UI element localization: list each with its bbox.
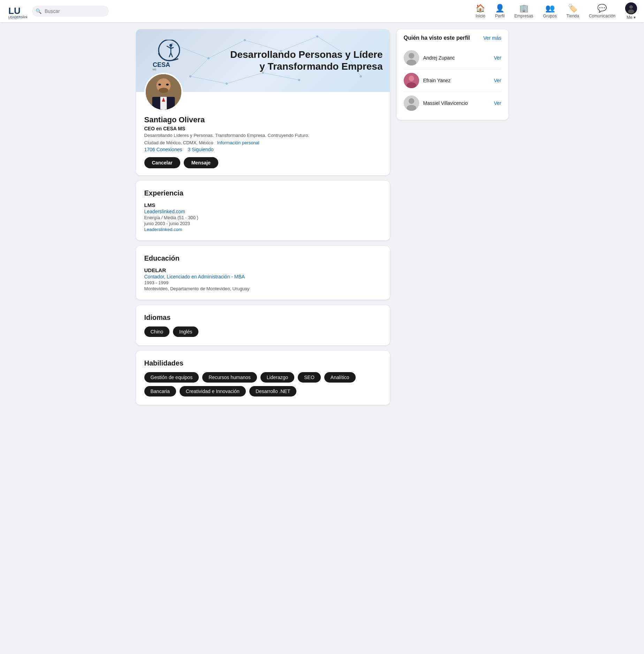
edu-degree: Contador, Licenciado en Administración -… bbox=[144, 274, 381, 279]
svg-point-53 bbox=[409, 98, 414, 104]
viewer-ver-link-2[interactable]: Ver bbox=[494, 78, 501, 83]
nav-empresas[interactable]: 🏢 Empresas bbox=[514, 4, 533, 18]
education-card: Educación UDELAR Contador, Licenciado en… bbox=[136, 246, 390, 300]
nav-comunicacion[interactable]: 💬 Comunicación bbox=[589, 4, 615, 18]
chat-icon: 💬 bbox=[597, 4, 607, 13]
skill-rrhh: Recursos humanos bbox=[202, 372, 257, 383]
svg-point-45 bbox=[159, 88, 168, 93]
skill-analitico: Analítico bbox=[324, 372, 356, 383]
viewer-ver-link-1[interactable]: Ver bbox=[494, 55, 501, 61]
viewer-ver-link-3[interactable]: Ver bbox=[494, 100, 501, 106]
language-tag-chino: Chino bbox=[144, 326, 170, 337]
nav-inicio[interactable]: 🏠 Inicio bbox=[476, 4, 485, 18]
viewer-name-3: Massiel Villavicencio bbox=[423, 100, 494, 106]
following-count[interactable]: 3 Siguiendo bbox=[188, 147, 213, 152]
search-input[interactable] bbox=[32, 6, 109, 17]
languages-card: Idiomas Chino Inglés bbox=[136, 305, 390, 345]
svg-point-9 bbox=[243, 39, 245, 41]
profile-actions: Cancelar Mensaje bbox=[144, 157, 381, 168]
viewer-avatar-3 bbox=[404, 95, 419, 111]
skill-gestion: Gestión de equipos bbox=[144, 372, 199, 383]
left-column: CESA MS Desarrollando Personas y Lídere … bbox=[136, 29, 390, 405]
svg-point-30 bbox=[169, 44, 172, 47]
leaders-linked-logo: LU LEADERSlinked by ACSM bbox=[7, 3, 27, 20]
navbar: LU LEADERSlinked by ACSM 🔍 🏠 Inicio 👤 Pe… bbox=[0, 0, 644, 22]
svg-point-50 bbox=[409, 76, 414, 81]
banner-logo: CESA MS bbox=[150, 40, 188, 72]
nav-empresas-label: Empresas bbox=[514, 14, 533, 18]
skill-bancaria: Bancaria bbox=[144, 386, 176, 397]
avatar-image bbox=[625, 2, 637, 14]
building-icon: 🏢 bbox=[519, 4, 529, 13]
banner-headline: Desarrollando Personas y Lídere y Transf… bbox=[230, 49, 382, 72]
languages-tags: Chino Inglés bbox=[144, 326, 381, 337]
person-icon: 👤 bbox=[495, 4, 505, 13]
svg-point-44 bbox=[166, 84, 168, 86]
nav-perfil[interactable]: 👤 Perfil bbox=[495, 4, 505, 18]
logo[interactable]: LU LEADERSlinked by ACSM bbox=[7, 3, 27, 20]
info-personal-link[interactable]: Información personal bbox=[217, 140, 259, 145]
skills-title: Habilidades bbox=[144, 359, 381, 367]
nav-me[interactable]: Me ▾ bbox=[625, 2, 637, 20]
svg-text:CESA: CESA bbox=[153, 61, 170, 68]
svg-point-5 bbox=[629, 5, 633, 9]
language-tag-ingles: Inglés bbox=[173, 326, 198, 337]
search-icon: 🔍 bbox=[36, 8, 41, 14]
user-avatar-nav bbox=[625, 2, 637, 14]
viewer-avatar-img-1 bbox=[404, 50, 419, 66]
nav-grupos[interactable]: 👥 Grupos bbox=[543, 4, 556, 18]
svg-line-34 bbox=[169, 53, 171, 57]
viewer-name-2: Efrain Yanez bbox=[423, 78, 494, 83]
viewer-row: Andrej Zupanc Ver bbox=[404, 47, 501, 69]
experience-link[interactable]: Leaderslinked.com bbox=[144, 227, 381, 232]
nav-links: 🏠 Inicio 👤 Perfil 🏢 Empresas 👥 Grupos 🏷️… bbox=[476, 2, 637, 20]
experience-company[interactable]: Leaderslinked.com bbox=[144, 209, 381, 214]
mensaje-button[interactable]: Mensaje bbox=[184, 157, 218, 168]
experience-industry: Energía / Media (51 - 300 ) bbox=[144, 215, 381, 220]
avatar-photo bbox=[146, 73, 181, 111]
nav-tienda-label: Tienda bbox=[567, 14, 579, 18]
cancelar-button[interactable]: Cancelar bbox=[144, 157, 180, 168]
edu-location: Montevideo, Departamento de Montevideo, … bbox=[144, 286, 381, 291]
profile-info: Santiago Olivera CEO en CESA MS Desarrol… bbox=[136, 73, 390, 175]
viewer-avatar-img-2 bbox=[404, 73, 419, 88]
nav-perfil-label: Perfil bbox=[495, 14, 505, 18]
edu-years: 1993 - 1999 bbox=[144, 280, 381, 285]
viewer-name-1: Andrej Zupanc bbox=[423, 55, 494, 61]
viewer-avatar-img-3 bbox=[404, 95, 419, 111]
me-label: Me ▾ bbox=[627, 15, 636, 20]
languages-title: Idiomas bbox=[144, 314, 381, 322]
nav-inicio-label: Inicio bbox=[476, 14, 485, 18]
who-viewed-card: Quién ha visto este perfil Ver más Andre… bbox=[397, 29, 508, 120]
skill-desarrollo-net: Desarrollo .NET bbox=[249, 386, 297, 397]
experience-card: Experiencia LMS Leaderslinked.com Energí… bbox=[136, 181, 390, 240]
svg-point-6 bbox=[628, 9, 634, 14]
svg-line-35 bbox=[171, 53, 173, 57]
ver-mas-link[interactable]: Ver más bbox=[483, 35, 501, 41]
experience-period: junio 2003 - junio 2023 bbox=[144, 221, 381, 226]
viewer-row: Massiel Villavicencio Ver bbox=[404, 92, 501, 114]
right-column: Quién ha visto este perfil Ver más Andre… bbox=[397, 29, 508, 405]
nav-tienda[interactable]: 🏷️ Tienda bbox=[567, 4, 579, 18]
who-viewed-title: Quién ha visto este perfil bbox=[404, 35, 470, 41]
viewer-avatar-2 bbox=[404, 73, 419, 88]
profile-name: Santiago Olivera bbox=[144, 115, 381, 124]
svg-text:MS: MS bbox=[153, 68, 157, 71]
cesa-logo-svg: CESA MS bbox=[150, 40, 188, 71]
svg-point-43 bbox=[158, 84, 161, 86]
group-icon: 👥 bbox=[545, 4, 555, 13]
tag-icon: 🏷️ bbox=[568, 4, 577, 13]
nav-grupos-label: Grupos bbox=[543, 14, 556, 18]
location-text: Ciudad de México, CDMX, México bbox=[144, 140, 213, 145]
education-title: Educación bbox=[144, 254, 381, 262]
banner-text-line1: Desarrollando Personas y Lídere bbox=[230, 49, 382, 61]
profile-location: Ciudad de México, CDMX, México Informaci… bbox=[144, 140, 381, 145]
skills-tags: Gestión de equipos Recursos humanos Lide… bbox=[144, 372, 381, 397]
profile-connections: 1706 Conexiones 3 Siguiendo bbox=[144, 147, 381, 152]
nav-comunicacion-label: Comunicación bbox=[589, 14, 615, 18]
who-viewed-header: Quién ha visto este perfil Ver más bbox=[404, 35, 501, 41]
edu-school: UDELAR bbox=[144, 267, 381, 273]
svg-point-47 bbox=[409, 53, 414, 59]
connections-count[interactable]: 1706 Conexiones bbox=[144, 147, 182, 152]
svg-text:by ACSM: by ACSM bbox=[8, 18, 17, 20]
